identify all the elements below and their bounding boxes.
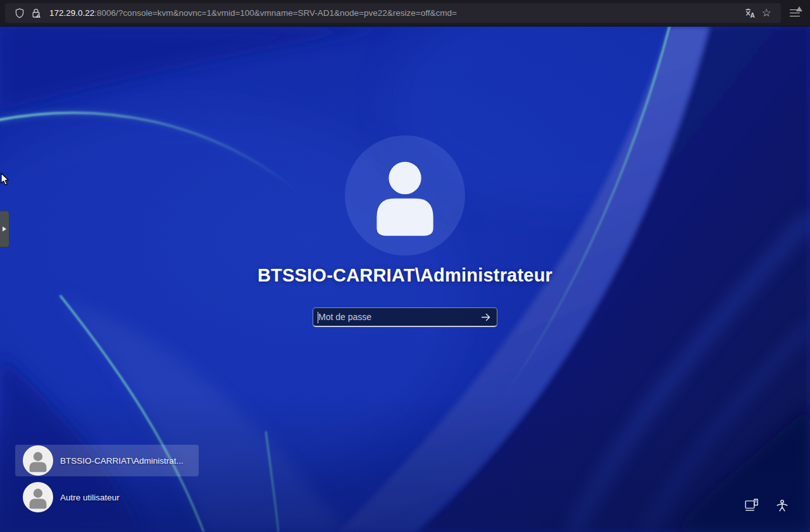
mouse-cursor [1,173,11,189]
network-button[interactable] [744,497,760,514]
password-input[interactable] [313,308,474,326]
accessibility-button[interactable] [775,498,790,514]
url-text[interactable]: 172.29.0.22:8006/?console=kvm&novnc=1&vm… [49,8,742,18]
user-avatar [23,445,53,476]
wired-network-icon [744,498,759,513]
url-bar[interactable]: 172.29.0.22:8006/?console=kvm&novnc=1&vm… [5,3,781,23]
user-list-item-autre-utilisateur[interactable]: Autre utilisateur [15,481,199,513]
text-caret [318,312,318,323]
user-name-label: BTSSIO-CARRIAT\Administrat... [60,456,184,466]
signed-in-username: BTSSIO-CARRIAT\Administrateur [0,265,810,286]
bookmark-star-icon[interactable]: ☆ [758,5,775,22]
person-icon [23,482,53,512]
screen: 172.29.0.22:8006/?console=kvm&novnc=1&vm… [0,0,810,532]
expand-arrow-icon [3,226,6,232]
user-list-item-administrateur[interactable]: BTSSIO-CARRIAT\Administrat... [15,445,199,476]
user-name-label: Autre utilisateur [60,493,120,502]
avatar [345,135,465,256]
arrow-right-icon [480,312,491,323]
user-avatar [23,482,53,512]
hamburger-line [790,13,800,14]
novnc-control-bar-handle[interactable] [0,211,9,247]
translate-icon[interactable]: A [742,5,758,22]
hamburger-line [790,16,800,17]
tracking-protection-shield-icon[interactable] [11,5,28,22]
person-icon [345,135,465,256]
app-menu-button[interactable] [785,3,805,23]
svg-text:A: A [751,12,755,19]
url-host: 172.29.0.22 [49,8,94,18]
novnc-console-viewport[interactable]: BTSSIO-CARRIAT\Administrateur BTSSIO-CAR… [0,27,810,532]
connection-not-secure-lock-icon[interactable] [28,5,44,22]
browser-toolbar: 172.29.0.22:8006/?console=kvm&novnc=1&vm… [0,0,810,27]
url-path: :8006/?console=kvm&novnc=1&vmid=100&vmna… [94,8,456,18]
password-field-container [313,307,497,327]
person-icon [23,445,53,476]
accessibility-icon [775,499,789,513]
submit-password-button[interactable] [474,308,497,326]
update-available-badge-icon [796,6,802,11]
